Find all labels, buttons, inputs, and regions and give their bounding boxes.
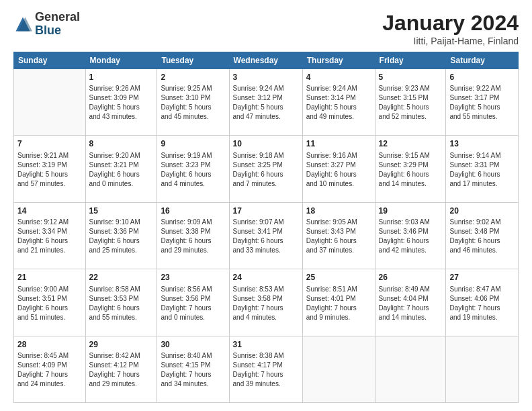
day-info: Sunrise: 8:51 AM Sunset: 4:01 PM Dayligh… [306,285,371,322]
day-number: 10 [233,138,299,150]
day-number: 28 [17,339,82,351]
day-info: Sunrise: 9:05 AM Sunset: 3:43 PM Dayligh… [306,218,371,255]
day-info: Sunrise: 9:26 AM Sunset: 3:09 PM Dayligh… [89,84,154,122]
logo-general-text: General [35,11,80,24]
day-number: 8 [89,138,154,150]
day-info: Sunrise: 9:18 AM Sunset: 3:25 PM Dayligh… [233,151,299,189]
calendar-cell: 4Sunrise: 9:24 AM Sunset: 3:14 PM Daylig… [302,69,375,136]
calendar-cell [375,336,446,402]
day-number: 25 [306,272,371,283]
weekday-header-saturday: Saturday [446,52,519,69]
calendar-week-row: 21Sunrise: 9:00 AM Sunset: 3:51 PM Dayli… [14,269,519,336]
calendar-cell: 17Sunrise: 9:07 AM Sunset: 3:41 PM Dayli… [229,202,302,269]
day-info: Sunrise: 9:15 AM Sunset: 3:29 PM Dayligh… [379,151,443,189]
day-number: 31 [233,339,299,351]
day-info: Sunrise: 9:23 AM Sunset: 3:15 PM Dayligh… [379,84,443,122]
day-number: 21 [17,272,82,283]
day-number: 22 [89,272,154,283]
day-info: Sunrise: 9:25 AM Sunset: 3:10 PM Dayligh… [161,84,225,122]
calendar-cell: 1Sunrise: 9:26 AM Sunset: 3:09 PM Daylig… [85,69,157,136]
day-number: 19 [379,205,443,217]
calendar-cell: 24Sunrise: 8:53 AM Sunset: 3:58 PM Dayli… [229,269,302,336]
calendar-cell: 26Sunrise: 8:49 AM Sunset: 4:04 PM Dayli… [375,269,446,336]
day-info: Sunrise: 9:21 AM Sunset: 3:19 PM Dayligh… [17,151,82,189]
day-info: Sunrise: 9:12 AM Sunset: 3:34 PM Dayligh… [17,218,82,255]
weekday-header-sunday: Sunday [14,52,86,69]
weekday-header-friday: Friday [375,52,446,69]
day-number: 4 [306,72,371,83]
calendar-cell: 30Sunrise: 8:40 AM Sunset: 4:15 PM Dayli… [157,336,229,402]
day-info: Sunrise: 9:24 AM Sunset: 3:12 PM Dayligh… [233,84,299,122]
day-number: 14 [17,205,82,217]
day-info: Sunrise: 8:47 AM Sunset: 4:06 PM Dayligh… [449,285,515,322]
day-info: Sunrise: 8:53 AM Sunset: 3:58 PM Dayligh… [233,285,299,322]
day-info: Sunrise: 8:49 AM Sunset: 4:04 PM Dayligh… [379,285,443,322]
day-number: 15 [89,205,154,217]
weekday-header-thursday: Thursday [302,52,375,69]
calendar-cell: 14Sunrise: 9:12 AM Sunset: 3:34 PM Dayli… [14,202,86,269]
day-info: Sunrise: 9:16 AM Sunset: 3:27 PM Dayligh… [306,151,371,189]
day-number: 30 [161,339,225,351]
day-number: 12 [379,138,443,150]
day-info: Sunrise: 8:38 AM Sunset: 4:17 PM Dayligh… [233,351,299,389]
day-number: 9 [161,138,225,150]
day-number: 1 [89,72,154,83]
day-number: 24 [233,272,299,283]
day-info: Sunrise: 8:45 AM Sunset: 4:09 PM Dayligh… [17,351,82,389]
calendar-cell: 29Sunrise: 8:42 AM Sunset: 4:12 PM Dayli… [85,336,157,402]
calendar-cell: 6Sunrise: 9:22 AM Sunset: 3:17 PM Daylig… [446,69,519,136]
calendar-week-row: 28Sunrise: 8:45 AM Sunset: 4:09 PM Dayli… [14,336,519,402]
calendar-cell: 12Sunrise: 9:15 AM Sunset: 3:29 PM Dayli… [375,136,446,202]
day-number: 16 [161,205,225,217]
calendar-week-row: 1Sunrise: 9:26 AM Sunset: 3:09 PM Daylig… [14,69,519,136]
calendar-cell: 7Sunrise: 9:21 AM Sunset: 3:19 PM Daylig… [14,136,86,202]
day-info: Sunrise: 9:20 AM Sunset: 3:21 PM Dayligh… [89,151,154,189]
calendar-cell: 5Sunrise: 9:23 AM Sunset: 3:15 PM Daylig… [375,69,446,136]
calendar-cell: 28Sunrise: 8:45 AM Sunset: 4:09 PM Dayli… [14,336,86,402]
calendar-cell [302,336,375,402]
day-info: Sunrise: 8:58 AM Sunset: 3:53 PM Dayligh… [89,285,154,322]
calendar-week-row: 14Sunrise: 9:12 AM Sunset: 3:34 PM Dayli… [14,202,519,269]
day-info: Sunrise: 9:00 AM Sunset: 3:51 PM Dayligh… [17,285,82,322]
calendar-cell: 23Sunrise: 8:56 AM Sunset: 3:56 PM Dayli… [157,269,229,336]
day-info: Sunrise: 9:19 AM Sunset: 3:23 PM Dayligh… [161,151,225,189]
day-number: 13 [449,138,515,150]
day-info: Sunrise: 8:56 AM Sunset: 3:56 PM Dayligh… [161,285,225,322]
calendar-cell: 22Sunrise: 8:58 AM Sunset: 3:53 PM Dayli… [85,269,157,336]
day-info: Sunrise: 8:42 AM Sunset: 4:12 PM Dayligh… [89,351,154,389]
weekday-header-wednesday: Wednesday [229,52,302,69]
day-info: Sunrise: 9:22 AM Sunset: 3:17 PM Dayligh… [449,84,515,122]
day-number: 26 [379,272,443,283]
page: General Blue January 2024 Iitti, Paijat-… [0,0,532,411]
day-number: 27 [449,272,515,283]
calendar-cell: 31Sunrise: 8:38 AM Sunset: 4:17 PM Dayli… [229,336,302,402]
day-number: 11 [306,138,371,150]
calendar-cell: 3Sunrise: 9:24 AM Sunset: 3:12 PM Daylig… [229,69,302,136]
day-number: 23 [161,272,225,283]
calendar-cell: 18Sunrise: 9:05 AM Sunset: 3:43 PM Dayli… [302,202,375,269]
calendar-cell [14,69,86,136]
calendar-cell: 9Sunrise: 9:19 AM Sunset: 3:23 PM Daylig… [157,136,229,202]
header: General Blue January 2024 Iitti, Paijat-… [13,11,519,46]
day-info: Sunrise: 9:24 AM Sunset: 3:14 PM Dayligh… [306,84,371,122]
calendar-cell [446,336,519,402]
day-number: 5 [379,72,443,83]
day-info: Sunrise: 9:07 AM Sunset: 3:41 PM Dayligh… [233,218,299,255]
calendar-cell: 16Sunrise: 9:09 AM Sunset: 3:38 PM Dayli… [157,202,229,269]
calendar-cell: 15Sunrise: 9:10 AM Sunset: 3:36 PM Dayli… [85,202,157,269]
day-number: 7 [17,138,82,150]
calendar-cell: 8Sunrise: 9:20 AM Sunset: 3:21 PM Daylig… [85,136,157,202]
calendar-cell: 10Sunrise: 9:18 AM Sunset: 3:25 PM Dayli… [229,136,302,202]
day-number: 3 [233,72,299,83]
logo-text: General Blue [35,11,80,38]
day-info: Sunrise: 8:40 AM Sunset: 4:15 PM Dayligh… [161,351,225,389]
day-info: Sunrise: 9:14 AM Sunset: 3:31 PM Dayligh… [449,151,515,189]
title-block: January 2024 Iitti, Paijat-Hame, Finland [382,11,519,46]
logo: General Blue [13,11,80,38]
calendar-subtitle: Iitti, Paijat-Hame, Finland [382,36,519,46]
day-info: Sunrise: 9:09 AM Sunset: 3:38 PM Dayligh… [161,218,225,255]
day-number: 18 [306,205,371,217]
day-info: Sunrise: 9:02 AM Sunset: 3:48 PM Dayligh… [449,218,515,255]
day-number: 29 [89,339,154,351]
calendar-title: January 2024 [382,11,519,36]
